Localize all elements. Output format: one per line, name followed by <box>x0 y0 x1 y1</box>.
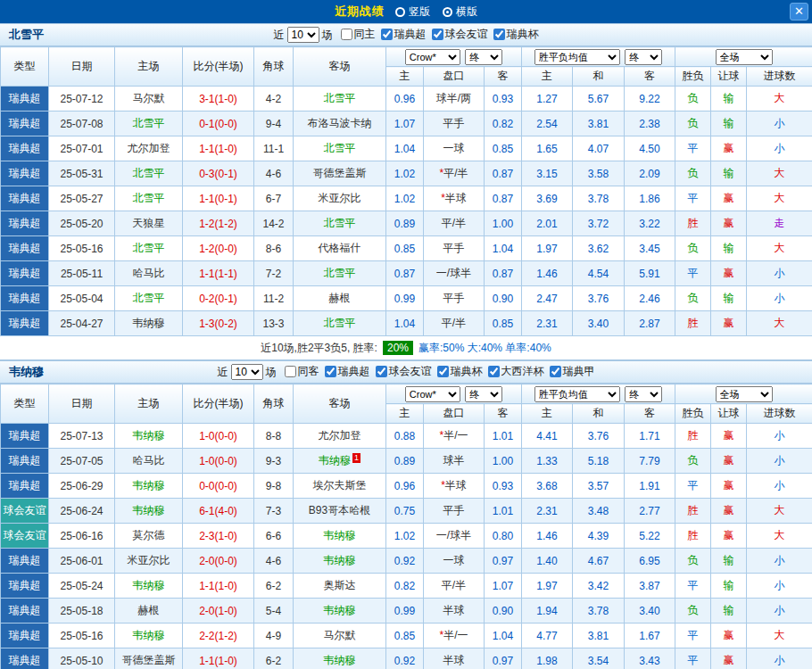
result-cell: 平 <box>675 261 711 286</box>
filter-checkbox[interactable] <box>437 366 449 377</box>
average-odds-select[interactable]: 胜平负均值 <box>534 49 620 65</box>
score-cell: 0-1(0-0) <box>183 112 254 136</box>
scope-select[interactable]: 全场 <box>716 49 773 65</box>
corner-cell: 6-2 <box>254 574 294 599</box>
date-cell: 25-06-01 <box>49 549 115 574</box>
filter-checkbox[interactable] <box>381 29 393 40</box>
filter-checkbox-item[interactable]: 瑞典甲 <box>550 364 595 379</box>
score-cell: 2-2(1-2) <box>183 624 254 648</box>
filter-checkbox[interactable] <box>550 366 561 377</box>
crow-away-odds-cell: 0.90 <box>485 599 522 624</box>
crow-away-odds-cell: 0.82 <box>485 112 522 136</box>
record-summary: 近10场,胜2平3负5, 胜率: 20% 赢率:50% 大:40% 单率:40% <box>0 336 812 360</box>
league-cell: 瑞典超 <box>1 599 49 624</box>
filter-checkbox-item[interactable]: 瑞典超 <box>325 364 370 379</box>
recent-results-panel: 近期战绩 竖版横版 ✕ 北雪平 近 10 场 同主瑞典超球会友谊瑞典杯 类型 日… <box>0 0 812 669</box>
filter-checkbox[interactable] <box>493 29 505 40</box>
filter-checkbox-item[interactable]: 球会友谊 <box>376 364 432 379</box>
avg-home-cell: 1.33 <box>522 449 573 474</box>
score-cell: 2-0(0-0) <box>183 549 254 574</box>
filter-checkbox-item[interactable]: 球会友谊 <box>432 27 488 42</box>
filter-checkbox[interactable] <box>376 366 387 377</box>
filter-checkbox[interactable] <box>325 366 336 377</box>
date-cell: 25-07-08 <box>49 112 115 136</box>
crow-away-odds-cell: 0.87 <box>485 261 522 286</box>
radio-icon[interactable] <box>395 7 405 17</box>
avg-away-cell: 3.87 <box>625 574 675 599</box>
odds-time-select[interactable]: 终 <box>465 49 502 65</box>
filter-checkbox-item[interactable]: 瑞典超 <box>381 27 427 42</box>
goals-cell: 小 <box>747 599 812 624</box>
goals-cell: 大 <box>747 624 812 648</box>
avg-away-cell: 1.86 <box>625 186 675 211</box>
crow-home-odds-cell: 0.96 <box>386 474 424 499</box>
filter-checkbox-item[interactable]: 瑞典杯 <box>493 27 539 42</box>
col-handicap: 盘口 <box>424 67 485 87</box>
radio-icon[interactable] <box>443 7 452 17</box>
filter-checkbox-item[interactable]: 瑞典杯 <box>437 364 483 379</box>
avg-home-cell: 4.77 <box>522 624 573 648</box>
avg-away-cell: 2.87 <box>625 311 675 336</box>
result-cell: 负 <box>675 236 711 261</box>
avg-away-cell: 9.22 <box>625 87 675 112</box>
away-team-cell: 尤尔加登 <box>294 424 386 449</box>
col-goals: 进球数 <box>747 67 812 87</box>
panel-title: 近期战绩 <box>335 4 385 20</box>
crow-away-odds-cell: 1.00 <box>485 211 522 236</box>
result-cell: 负 <box>675 286 711 311</box>
radio-label: 横版 <box>456 4 477 20</box>
league-cell: 瑞典超 <box>1 648 49 669</box>
average-time-select[interactable]: 终 <box>625 386 662 402</box>
home-team-cell: 韦纳穆 <box>115 474 183 499</box>
filter-checkbox[interactable] <box>341 29 352 40</box>
score-cell: 1-1(1-0) <box>183 574 254 599</box>
match-row: 瑞典超25-05-27北雪平1-1(0-1)6-7米亚尔比1.02*半球0.87… <box>1 186 812 211</box>
filter-checkbox[interactable] <box>285 366 296 377</box>
let-ball-cell: 赢 <box>711 624 747 648</box>
avg-draw-cell: 3.54 <box>573 648 625 669</box>
avg-home-cell: 3.68 <box>522 474 573 499</box>
goals-cell: 大 <box>747 186 812 211</box>
result-cell: 负 <box>675 112 711 136</box>
date-cell: 25-05-04 <box>49 286 115 311</box>
average-time-select[interactable]: 终 <box>625 49 662 65</box>
away-team-cell: 北雪平 <box>294 136 386 161</box>
col-result: 胜负 <box>675 67 711 87</box>
avg-home-cell: 3.69 <box>522 186 573 211</box>
date-cell: 25-05-24 <box>49 574 115 599</box>
handicap-cell: 平手 <box>424 112 485 136</box>
filter-checkbox-item[interactable]: 大西洋杯 <box>488 364 544 379</box>
match-row: 瑞典超25-05-04北雪平0-2(0-1)11-2赫根0.99平手0.902.… <box>1 286 812 311</box>
table-body: 瑞典超25-07-12马尔默3-1(1-0)4-2北雪平0.96球半/两0.93… <box>1 87 812 336</box>
col-corner: 角球 <box>254 47 294 87</box>
col-away: 客场 <box>294 384 386 424</box>
filter-checkbox-item[interactable]: 同主 <box>341 27 376 42</box>
crow-away-odds-cell: 0.93 <box>485 474 522 499</box>
crow-away-odds-cell: 0.85 <box>485 311 522 336</box>
league-cell: 瑞典超 <box>1 211 49 236</box>
league-cell: 瑞典超 <box>1 261 49 286</box>
radio-horizontal-layout[interactable]: 横版 <box>443 4 477 20</box>
handicap-cell: *半/一 <box>424 624 485 648</box>
match-count-select[interactable]: 10 <box>287 27 319 43</box>
close-icon[interactable]: ✕ <box>790 3 808 21</box>
filter-checkbox[interactable] <box>488 366 500 377</box>
bookmaker-select[interactable]: Crow* <box>405 49 460 65</box>
league-cell: 瑞典超 <box>1 474 49 499</box>
match-count-select[interactable]: 10 <box>231 364 263 380</box>
filter-checkbox-item[interactable]: 同客 <box>285 364 319 379</box>
corner-cell: 4-6 <box>254 549 294 574</box>
handicap-cell: 半球 <box>424 648 485 669</box>
filter-checkbox[interactable] <box>432 29 443 40</box>
crow-away-odds-cell: 1.01 <box>485 424 522 449</box>
average-odds-select[interactable]: 胜平负均值 <box>534 386 620 402</box>
handicap-cell: 平手 <box>424 286 485 311</box>
bookmaker-select[interactable]: Crow* <box>405 386 460 402</box>
corner-cell: 9-4 <box>254 112 294 136</box>
date-cell: 25-05-16 <box>49 236 115 261</box>
radio-vertical-layout[interactable]: 竖版 <box>395 4 430 20</box>
odds-time-select[interactable]: 终 <box>465 386 502 402</box>
avg-draw-cell: 3.48 <box>573 499 625 524</box>
scope-select[interactable]: 全场 <box>716 386 773 402</box>
games-label: 场 <box>322 28 333 43</box>
